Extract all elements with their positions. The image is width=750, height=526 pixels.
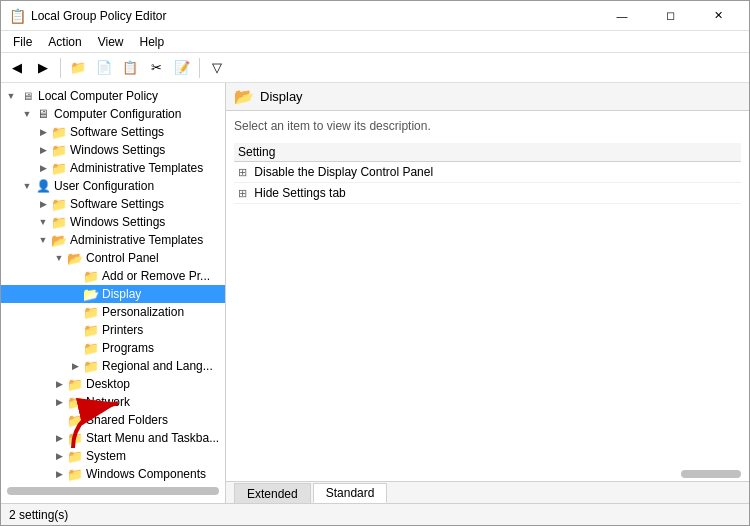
folder-icon: 📁	[51, 142, 67, 158]
toolbar-separator-2	[199, 58, 200, 78]
tree-item-display[interactable]: ▶ 📂 Display	[1, 285, 225, 303]
user-icon: 👤	[35, 178, 51, 194]
tree-label: Windows Settings	[70, 143, 165, 157]
toolbar-separator-1	[60, 58, 61, 78]
tree-item-uc-software-settings[interactable]: ▶ 📁 Software Settings	[1, 195, 225, 213]
folder-icon: 📁	[67, 412, 83, 428]
tree-label: Administrative Templates	[70, 161, 203, 175]
tree-item-computer-configuration[interactable]: ▼ 🖥 Computer Configuration	[1, 105, 225, 123]
tree-item-system[interactable]: ▶ 📁 System	[1, 447, 225, 465]
tab-standard[interactable]: Standard	[313, 483, 388, 503]
settings-table: Setting ⊞ Disable the Display Control Pa…	[234, 143, 741, 204]
window-title: Local Group Policy Editor	[31, 9, 599, 23]
content-header: 📂 Display	[226, 83, 749, 111]
menu-view[interactable]: View	[90, 33, 132, 51]
tree-pane[interactable]: ▼ 🖥 Local Computer Policy ▼ 🖥 Computer C…	[1, 83, 226, 503]
expand-icon: ▶	[51, 466, 67, 482]
tree-label: Software Settings	[70, 125, 164, 139]
folder-icon: 📁	[83, 268, 99, 284]
status-bar: 2 setting(s)	[1, 503, 749, 525]
tree-label: Personalization	[102, 305, 184, 319]
tree-item-local-computer-policy[interactable]: ▼ 🖥 Local Computer Policy	[1, 87, 225, 105]
expand-icon: ▶	[67, 358, 83, 374]
tree-item-personalization[interactable]: ▶ 📁 Personalization	[1, 303, 225, 321]
content-body[interactable]: Select an item to view its description. …	[226, 111, 749, 481]
tree-label: Add or Remove Pr...	[102, 269, 210, 283]
main-area: ▼ 🖥 Local Computer Policy ▼ 🖥 Computer C…	[1, 83, 749, 503]
paste-button[interactable]: 📋	[118, 56, 142, 80]
folder-icon: 📁	[83, 304, 99, 320]
filter-button[interactable]: ▽	[205, 56, 229, 80]
menu-file[interactable]: File	[5, 33, 40, 51]
setting-row-1: ⊞ Disable the Display Control Panel	[234, 162, 741, 183]
tree-label: Windows Components	[86, 467, 206, 481]
minimize-button[interactable]: ―	[599, 1, 645, 31]
tree-item-desktop[interactable]: ▶ 📁 Desktop	[1, 375, 225, 393]
tree-item-windows-components[interactable]: ▶ 📁 Windows Components	[1, 465, 225, 483]
tree-item-cc-software-settings[interactable]: ▶ 📁 Software Settings	[1, 123, 225, 141]
folder-open-icon: 📂	[67, 250, 83, 266]
folder-icon: 📁	[51, 214, 67, 230]
menu-action[interactable]: Action	[40, 33, 89, 51]
tree-item-network[interactable]: ▶ 📁 Network	[1, 393, 225, 411]
tree-label: Regional and Lang...	[102, 359, 213, 373]
delete-button[interactable]: ✂	[144, 56, 168, 80]
expand-icon: ▼	[35, 214, 51, 230]
table-row[interactable]: ⊞ Disable the Display Control Panel	[234, 162, 741, 183]
expand-icon: ▼	[19, 106, 35, 122]
setting-label-2: Hide Settings tab	[254, 186, 345, 200]
tree-item-cc-admin-templates[interactable]: ▶ 📁 Administrative Templates	[1, 159, 225, 177]
expand-icon: ▼	[51, 250, 67, 266]
close-button[interactable]: ✕	[695, 1, 741, 31]
folder-open-icon: 📂	[51, 232, 67, 248]
tree-label: Network	[86, 395, 130, 409]
setting-icon-1: ⊞	[238, 166, 247, 178]
tree-label: Shared Folders	[86, 413, 168, 427]
forward-button[interactable]: ▶	[31, 56, 55, 80]
folder-icon: 📁	[67, 448, 83, 464]
tree-item-printers[interactable]: ▶ 📁 Printers	[1, 321, 225, 339]
tree-label: Control Panel	[86, 251, 159, 265]
tree-item-start-menu-taskbar[interactable]: ▶ 📁 Start Menu and Taskba...	[1, 429, 225, 447]
toolbar: ◀ ▶ 📁 📄 📋 ✂ 📝 ▽	[1, 53, 749, 83]
policy-icon: 🖥	[19, 88, 35, 104]
properties-button[interactable]: 📝	[170, 56, 194, 80]
tree-label: Windows Settings	[70, 215, 165, 229]
tree-item-shared-folders[interactable]: ▶ 📁 Shared Folders	[1, 411, 225, 429]
folder-open-icon: 📂	[83, 286, 99, 302]
tree-label: Computer Configuration	[54, 107, 181, 121]
tree-item-uc-admin-templates[interactable]: ▼ 📂 Administrative Templates	[1, 231, 225, 249]
menu-bar: File Action View Help	[1, 31, 749, 53]
status-text: 2 setting(s)	[9, 508, 68, 522]
tree-item-programs[interactable]: ▶ 📁 Programs	[1, 339, 225, 357]
tree-item-user-configuration[interactable]: ▼ 👤 User Configuration	[1, 177, 225, 195]
tree-item-add-remove-programs[interactable]: ▶ 📁 Add or Remove Pr...	[1, 267, 225, 285]
expand-icon: ▶	[51, 430, 67, 446]
horizontal-scrollbar[interactable]	[231, 469, 749, 479]
tree-item-regional-lang[interactable]: ▶ 📁 Regional and Lang...	[1, 357, 225, 375]
main-window: 📋 Local Group Policy Editor ― ◻ ✕ File A…	[0, 0, 750, 526]
back-button[interactable]: ◀	[5, 56, 29, 80]
copy-button[interactable]: 📄	[92, 56, 116, 80]
setting-row-2: ⊞ Hide Settings tab	[234, 183, 741, 204]
tree-item-control-panel[interactable]: ▼ 📂 Control Panel	[1, 249, 225, 267]
show-hide-button[interactable]: 📁	[66, 56, 90, 80]
tree-scrollbar[interactable]	[7, 487, 219, 495]
tree-label: Local Computer Policy	[38, 89, 158, 103]
expand-icon: ▼	[19, 178, 35, 194]
tree-label: Software Settings	[70, 197, 164, 211]
maximize-button[interactable]: ◻	[647, 1, 693, 31]
setting-label-1: Disable the Display Control Panel	[254, 165, 433, 179]
expand-icon: ▶	[35, 160, 51, 176]
tab-extended[interactable]: Extended	[234, 483, 311, 503]
table-row[interactable]: ⊞ Hide Settings tab	[234, 183, 741, 204]
tree-item-uc-windows-settings[interactable]: ▼ 📁 Windows Settings	[1, 213, 225, 231]
expand-icon: ▼	[3, 88, 19, 104]
menu-help[interactable]: Help	[132, 33, 173, 51]
folder-icon: 📁	[51, 196, 67, 212]
expand-icon: ▼	[35, 232, 51, 248]
tree-item-cc-windows-settings[interactable]: ▶ 📁 Windows Settings	[1, 141, 225, 159]
folder-icon: 📁	[67, 376, 83, 392]
folder-header-icon: 📂	[234, 87, 254, 106]
content-pane: 📂 Display Select an item to view its des…	[226, 83, 749, 503]
